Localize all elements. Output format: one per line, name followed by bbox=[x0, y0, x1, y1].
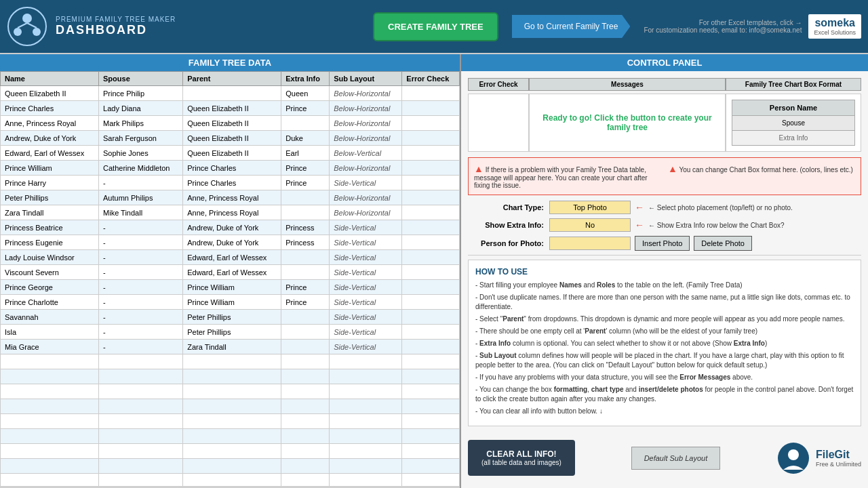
cell-error bbox=[402, 265, 460, 280]
cell-spouse: - bbox=[99, 340, 183, 354]
table-row[interactable]: Anne, Princess Royal Mark Philips Queen … bbox=[1, 116, 460, 131]
table-row[interactable]: Edward, Earl of Wessex Sophie Jones Quee… bbox=[1, 146, 460, 161]
insert-photo-button[interactable]: Insert Photo bbox=[635, 236, 690, 251]
table-row-empty[interactable] bbox=[1, 354, 460, 369]
how-to-use-line: - You can clear all info with button bel… bbox=[475, 407, 854, 416]
table-header-row: Name Spouse Parent Extra Info Sub Layout… bbox=[1, 72, 460, 86]
table-row[interactable]: Prince George - Prince William Prince Si… bbox=[1, 280, 460, 295]
table-row[interactable]: Princess Beatrice - Andrew, Duke of York… bbox=[1, 220, 460, 235]
table-row-empty[interactable] bbox=[1, 474, 460, 487]
table-row[interactable]: Isla - Peter Phillips Side-Vertical bbox=[1, 325, 460, 340]
cell-sublayout: Below-Horizontal bbox=[330, 131, 402, 146]
separator bbox=[468, 255, 861, 256]
col-spouse: Spouse bbox=[99, 72, 183, 86]
data-table-container[interactable]: Name Spouse Parent Extra Info Sub Layout… bbox=[0, 71, 460, 486]
person-photo-label: Person for Photo: bbox=[468, 239, 549, 247]
table-row[interactable]: Viscount Severn - Edward, Earl of Wessex… bbox=[1, 265, 460, 280]
chart-format-table: Person Name Spouse Extra Info bbox=[732, 100, 855, 146]
table-row-empty[interactable] bbox=[1, 429, 460, 444]
cell-extra bbox=[281, 116, 330, 131]
cell-sublayout: Side-Vertical bbox=[330, 265, 402, 280]
cell-parent: Zara Tindall bbox=[183, 340, 281, 354]
cell-spouse: Mike Tindall bbox=[99, 205, 183, 220]
cell-error bbox=[402, 295, 460, 310]
clear-btn-line1: CLEAR ALL INFO! bbox=[481, 449, 561, 459]
cell-extra: Prince bbox=[281, 295, 330, 310]
warning-arrow-left: ▲ bbox=[474, 163, 484, 174]
table-row-empty[interactable] bbox=[1, 459, 460, 474]
left-panel: FAMILY TREE DATA Name Spouse Parent Extr… bbox=[0, 54, 461, 488]
table-row[interactable]: Lady Louise Windsor - Edward, Earl of We… bbox=[1, 250, 460, 265]
svg-point-7 bbox=[788, 449, 799, 460]
cell-name: Anne, Princess Royal bbox=[1, 116, 99, 131]
how-to-use-line: - Don't use duplicate names. If there ar… bbox=[475, 293, 854, 312]
cell-error bbox=[402, 250, 460, 265]
table-row-empty[interactable] bbox=[1, 369, 460, 384]
table-row[interactable]: Princess Eugenie - Andrew, Duke of York … bbox=[1, 235, 460, 250]
table-row[interactable]: Prince William Catherine Middleton Princ… bbox=[1, 161, 460, 176]
cell-sublayout: Side-Vertical bbox=[330, 280, 402, 295]
table-row-empty[interactable] bbox=[1, 444, 460, 459]
clear-all-button[interactable]: CLEAR ALL INFO! (all table data and imag… bbox=[468, 440, 575, 476]
default-layout-button[interactable]: Default Sub Layout bbox=[631, 447, 721, 470]
cell-sublayout: Side-Vertical bbox=[330, 220, 402, 235]
table-row[interactable]: Savannah - Peter Phillips Side-Vertical bbox=[1, 310, 460, 325]
col-parent: Parent bbox=[183, 72, 281, 86]
cell-error bbox=[402, 161, 460, 176]
cell-error bbox=[402, 116, 460, 131]
cell-sublayout: Side-Vertical bbox=[330, 235, 402, 250]
table-row[interactable]: Mia Grace - Zara Tindall Side-Vertical bbox=[1, 340, 460, 354]
col-header-error: Error Check bbox=[468, 78, 529, 91]
cell-extra: Earl bbox=[281, 146, 330, 161]
table-row[interactable]: Peter Phillips Autumn Philips Anne, Prin… bbox=[1, 190, 460, 205]
cell-sublayout: Below-Horizontal bbox=[330, 205, 402, 220]
delete-photo-button[interactable]: Delete Photo bbox=[694, 236, 752, 251]
person-photo-input[interactable] bbox=[549, 237, 631, 250]
chart-type-row: Chart Type: Top Photo ← ← Select photo p… bbox=[468, 201, 861, 214]
chart-type-hint: ← Select photo placement (top/left) or n… bbox=[648, 204, 861, 211]
control-content: Error Check Messages Family Tree Chart B… bbox=[461, 71, 868, 488]
filegit-brand: FileGit bbox=[816, 449, 861, 461]
cell-name: Prince George bbox=[1, 280, 99, 295]
someka-logo: someka Excel Solutions bbox=[808, 14, 861, 39]
cp-col-headers: Error Check Messages Family Tree Chart B… bbox=[468, 78, 861, 91]
cell-extra bbox=[281, 325, 330, 340]
table-row-empty[interactable] bbox=[1, 399, 460, 414]
cell-sublayout: Below-Vertical bbox=[330, 146, 402, 161]
go-to-current-tree-button[interactable]: Go to Current Family Tree bbox=[512, 15, 631, 38]
table-row[interactable]: Queen Elizabeth II Prince Philip Queen B… bbox=[1, 86, 460, 101]
cell-name: Prince Charles bbox=[1, 101, 99, 116]
table-row[interactable]: Prince Harry - Prince Charles Prince Sid… bbox=[1, 176, 460, 190]
warning-arrow-right: ▲ bbox=[668, 163, 677, 174]
cell-name: Princess Eugenie bbox=[1, 235, 99, 250]
cell-sublayout: Side-Vertical bbox=[330, 340, 402, 354]
cell-error bbox=[402, 340, 460, 354]
table-row-empty[interactable] bbox=[1, 384, 460, 399]
cell-sublayout: Below-Horizontal bbox=[330, 86, 402, 101]
how-to-use-section: HOW TO USE - Start filling your employee… bbox=[468, 260, 861, 426]
cell-extra: Princess bbox=[281, 220, 330, 235]
show-extra-input[interactable]: No bbox=[549, 218, 631, 232]
table-row[interactable]: Andrew, Duke of York Sarah Ferguson Quee… bbox=[1, 131, 460, 146]
chart-format-box: Person Name Spouse Extra Info bbox=[726, 94, 861, 152]
filegit-sub: Free & Unlimited bbox=[816, 461, 861, 468]
table-row[interactable]: Prince Charlotte - Prince William Prince… bbox=[1, 295, 460, 310]
cell-error bbox=[402, 310, 460, 325]
app-logo bbox=[7, 6, 47, 47]
right-panel[interactable]: CONTROL PANEL Error Check Messages Famil… bbox=[461, 54, 868, 488]
table-row[interactable]: Zara Tindall Mike Tindall Anne, Princess… bbox=[1, 205, 460, 220]
create-family-tree-button[interactable]: CREATE FAMILY TREE bbox=[373, 12, 498, 41]
someka-brand: someka bbox=[814, 17, 855, 29]
table-row-empty[interactable] bbox=[1, 414, 460, 429]
format-extra-info: Extra Info bbox=[732, 131, 855, 146]
cell-extra: Duke bbox=[281, 131, 330, 146]
cell-parent: Prince William bbox=[183, 280, 281, 295]
cp-top-inner: Ready to go! Click the button to create … bbox=[468, 94, 861, 152]
chart-type-input[interactable]: Top Photo bbox=[549, 201, 631, 214]
col-header-format: Family Tree Chart Box Format bbox=[726, 78, 861, 91]
messages-area: Ready to go! Click the button to create … bbox=[529, 94, 726, 152]
table-row[interactable]: Prince Charles Lady Diana Queen Elizabet… bbox=[1, 101, 460, 116]
cell-extra: Prince bbox=[281, 176, 330, 190]
how-to-use-line: - There should be one empty cell at 'Par… bbox=[475, 327, 854, 336]
show-extra-label: Show Extra Info: bbox=[468, 221, 549, 229]
